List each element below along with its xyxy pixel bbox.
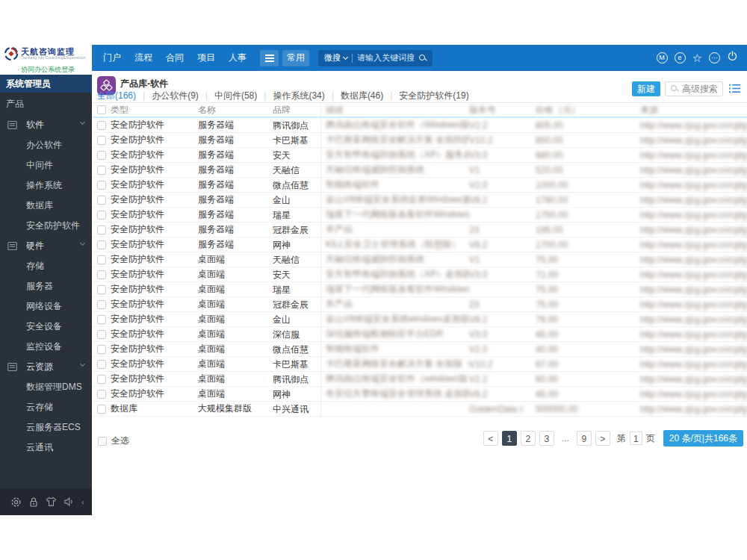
row-checkbox[interactable] [97,315,106,324]
category-tab[interactable]: 办公软件(9) [136,90,199,102]
m-badge-icon[interactable]: M [657,52,668,63]
page-button[interactable]: 3 [539,431,554,446]
advanced-search-box[interactable]: 高级搜索 [665,81,723,96]
table-row[interactable]: 安全防护软件 桌面端 金山 金山V8终端安全系统windows桌面版 V8.2 … [92,312,747,327]
page-button[interactable]: < [483,431,498,446]
table-row[interactable]: 安全防护软件 服务器端 安天 安天智甲终端防御系统（XP）服务器版 V3.0 6… [92,148,747,163]
row-checkbox[interactable] [97,330,106,339]
message-icon[interactable]: e [675,52,686,63]
row-checkbox[interactable] [97,270,106,279]
sidebar-item[interactable]: 操作系统 [0,175,92,196]
navbar-menu-item[interactable]: 项目 [193,45,219,71]
navbar-menu-item[interactable]: 门户 [99,45,125,71]
collapse-sidebar-icon[interactable]: ‹ [81,498,84,506]
select-all-checkbox[interactable] [97,105,106,114]
row-checkbox[interactable] [97,345,106,354]
more-modules-button[interactable] [260,50,279,66]
table-row[interactable]: 安全防护软件 服务器端 微点佰慧 智能终端软件 V2.0 1000.00 htt… [92,178,747,193]
page-button[interactable]: 9 [577,431,592,446]
search-input[interactable]: 请输入关键词搜 [357,52,415,63]
sidebar-item[interactable]: 中间件 [0,155,92,175]
table-row[interactable]: 安全防护软件 服务器端 瑞星 瑞星下一代网络版杀毒软件Windows版 1750… [92,208,747,223]
table-row[interactable]: 安全防护软件 桌面端 天融信 天融信终端威胁防御系统 V1 75.00 http… [92,252,747,267]
more-options-icon[interactable]: ··· [709,52,720,63]
search-scope-dropdown[interactable]: 微搜 [324,52,347,63]
row-checkbox[interactable] [97,151,106,160]
sidebar-item[interactable]: 安全防护软件 [0,216,92,236]
page-button[interactable]: ... [558,431,573,446]
oa-login-link[interactable]: · 协同办公系统登录 [0,65,92,75]
lock-icon[interactable] [28,497,39,508]
row-checkbox[interactable] [97,405,106,414]
sidebar-item[interactable]: 云资源 [0,357,92,377]
sidebar-item[interactable]: 软件 [0,115,92,135]
row-checkbox[interactable] [97,181,106,190]
row-checkbox[interactable] [97,390,106,399]
search-icon[interactable] [419,55,427,62]
current-page-box[interactable]: 1 [630,432,642,445]
page-button[interactable]: 2 [521,431,536,446]
row-checkbox[interactable] [97,255,106,264]
row-checkbox[interactable] [97,285,106,294]
favorite-star-icon[interactable]: ☆ [692,52,702,63]
row-checkbox[interactable] [97,300,106,309]
category-tab[interactable]: 全部(166) [97,90,136,102]
table-row[interactable]: 安全防护软件 服务器端 金山 金山V8终端安全系统金盾Windows服务器版 V… [92,193,747,208]
row-checkbox[interactable] [97,166,106,175]
sidebar-item[interactable]: 云通讯 [0,438,92,458]
row-checkbox[interactable] [97,196,106,205]
common-menu-button[interactable]: 常用 [282,50,309,66]
table-row[interactable]: 安全防护软件 桌面端 瑞星 瑞星下一代网络版杀毒软件Windows桌面版 75.… [92,282,747,297]
category-tab[interactable]: 安全防护软件(19) [383,90,468,102]
settings-gear-icon[interactable] [10,497,22,508]
theme-shirt-icon[interactable] [46,497,57,507]
row-checkbox[interactable] [97,240,106,249]
row-checkbox[interactable] [97,136,106,145]
select-all-control[interactable]: 全选 [98,435,129,447]
sidebar-section-product[interactable]: 产品 [0,93,92,115]
table-row[interactable]: 安全防护软件 服务器端 网神 KILL安全卫士管理系统（联想版） V8.2 17… [92,237,747,252]
sidebar-item[interactable]: 硬件 [0,236,92,256]
page-button[interactable]: 1 [502,431,517,446]
sidebar-item[interactable]: 办公软件 [0,135,92,155]
row-checkbox[interactable] [97,121,106,130]
table-row[interactable]: 安全防护软件 服务器端 天融信 天融信终端威胁防御系统 V1 520.00 ht… [92,163,747,178]
navbar-menu-item[interactable]: 人事 [225,45,250,71]
navbar-menu-item[interactable]: 合同 [162,45,187,71]
table-row[interactable]: 安全防护软件 桌面端 冠群金辰 单产品 23 75.00 http://www.… [92,297,747,312]
sidebar-item[interactable]: 云存储 [0,397,92,417]
page-size-info[interactable]: 20 条/页|共166条 [663,430,743,447]
select-all-footer-checkbox[interactable] [98,437,107,446]
table-row[interactable]: 安全防护软件 桌面端 安天 安天智甲终端防御系统（XP）桌面版 V3.0 71.… [92,267,747,282]
page-button[interactable]: > [595,431,610,446]
table-row[interactable]: 安全防护软件 桌面端 深信服 深信服终端检测响应平台EDR V3.0 45.00… [92,327,747,342]
list-view-icon[interactable] [728,83,741,97]
navbar-menu-item[interactable]: 流程 [131,45,156,71]
table-row[interactable]: 安全防护软件 桌面端 腾讯御点 腾讯御点终端安全软件（windows版）V2.2… [92,372,747,387]
new-button[interactable]: 新建 [632,81,660,96]
category-tab[interactable]: 操作系统(34) [257,90,324,102]
speaker-icon[interactable] [63,497,75,507]
sidebar-item[interactable]: 监控设备 [0,337,92,357]
table-row[interactable]: 安全防护软件 桌面端 卡巴斯基 卡巴斯基网络安全解决方案 全面版（KES） - … [92,357,747,372]
table-row[interactable]: 安全防护软件 服务器端 腾讯御点 腾讯御点终端安全软件（Windows版） V2… [92,118,747,133]
row-checkbox[interactable] [97,211,106,220]
category-tab[interactable]: 中间件(58) [199,90,257,102]
sidebar-item[interactable]: 网络设备 [0,296,92,317]
sidebar-item[interactable]: 数据库 [0,196,92,216]
row-checkbox[interactable] [97,225,106,234]
table-row[interactable]: 安全防护软件 服务器端 卡巴斯基 卡巴斯基网络安全解决方案 全面防护版 V10.… [92,133,747,148]
category-tab[interactable]: 数据库(46) [325,90,383,102]
sidebar-item[interactable]: 服务器 [0,276,92,296]
row-checkbox[interactable] [97,360,106,369]
sidebar-item[interactable]: 数据管理DMS [0,377,92,397]
table-row[interactable]: 安全防护软件 桌面端 微点佰慧 智能终端软件 V2.0 40.00 http:/… [92,342,747,357]
table-row[interactable]: 安全防护软件 桌面端 网神 奇安信天擎终端安全管理系统 桌面版 V8.2 45.… [92,387,747,402]
sidebar-item[interactable]: 云服务器ECS [0,417,92,438]
sidebar-item[interactable]: 安全设备 [0,317,92,337]
row-checkbox[interactable] [97,375,106,384]
sidebar-item[interactable]: 存储 [0,256,92,276]
power-logout-icon[interactable] [727,51,738,65]
table-row[interactable]: 数据库 大规模集群版 中兴通讯 GoldenData s... 500000.0… [92,402,747,417]
table-row[interactable]: 安全防护软件 服务器端 冠群金辰 单产品 23 185.00 http://ww… [92,223,747,237]
